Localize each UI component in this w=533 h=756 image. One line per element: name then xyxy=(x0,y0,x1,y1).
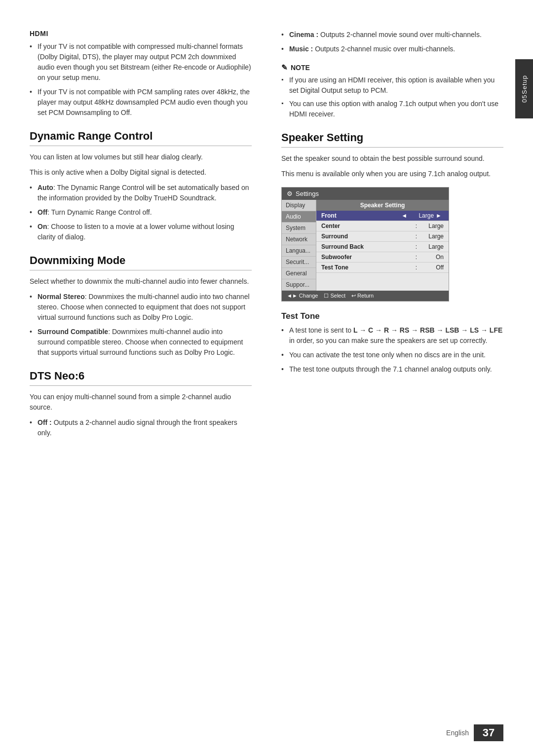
downmixing-desc: Select whether to downmix the multi-chan… xyxy=(30,276,252,287)
subwoofer-sep: : xyxy=(416,254,417,261)
center-value: Large xyxy=(419,223,444,229)
on-term: On xyxy=(38,223,47,230)
page-number: 37 xyxy=(474,724,503,741)
dynamic-range-bullet-auto: Auto: The Dynamic Range Control will be … xyxy=(30,183,252,203)
off-term: Off xyxy=(38,208,47,216)
settings-ui: ⚙ Settings Display Audio System Network … xyxy=(281,187,449,302)
hdmi-bullets: If your TV is not compatible with compre… xyxy=(30,41,252,118)
settings-ui-body: Display Audio System Network Langua... S… xyxy=(282,200,449,291)
note-label: NOTE xyxy=(291,64,310,72)
test-tone-title: Test Tone xyxy=(281,311,503,321)
gear-icon: ⚙ xyxy=(287,190,293,197)
test-tone-sep: : xyxy=(416,264,417,271)
downmixing-bullet-surround: Surround Compatible: Downmixes multi-cha… xyxy=(30,327,252,358)
surround-compat-term: Surround Compatible xyxy=(38,328,108,336)
settings-ui-header: ⚙ Settings xyxy=(282,188,449,200)
speaker-setting-desc1: Set the speaker sound to obtain the best… xyxy=(281,153,503,164)
downmixing-bullets: Normal Stereo: Downmixes the multi-chann… xyxy=(30,292,252,358)
auto-text: : The Dynamic Range Control will be set … xyxy=(38,184,249,202)
music-term: Music : xyxy=(289,45,313,53)
test-tone-value: Off xyxy=(419,264,444,271)
sidebar-general: General xyxy=(282,268,316,279)
page-number-area: English 37 xyxy=(446,724,503,741)
test-tone-section: Test Tone A test tone is sent to L → C →… xyxy=(281,311,503,375)
settings-ui-footer: ◄► Change ☐ Select ↩ Return xyxy=(282,291,449,301)
cinema-bullet: Cinema : Outputs 2-channel movie sound o… xyxy=(281,30,503,40)
hdmi-section: HDMI If your TV is not compatible with c… xyxy=(30,30,252,118)
dynamic-range-title: Dynamic Range Control xyxy=(30,130,252,146)
surround-back-sep: : xyxy=(416,243,417,250)
settings-row-test-tone: Test Tone : Off xyxy=(316,263,449,273)
settings-sidebar: Display Audio System Network Langua... S… xyxy=(282,200,316,291)
dynamic-range-section: Dynamic Range Control You can listen at … xyxy=(30,130,252,242)
test-tone-bullet-2: You can activate the test tone only when… xyxy=(281,350,503,360)
front-value: Large xyxy=(409,212,434,219)
dynamic-range-desc1: You can listen at low volumes but still … xyxy=(30,152,252,162)
test-tone-label: Test Tone xyxy=(321,264,414,271)
dts-neo-section: DTS Neo:6 You can enjoy multi-channel so… xyxy=(30,370,252,438)
cinema-term: Cinema : xyxy=(289,31,318,38)
subwoofer-value: On xyxy=(419,254,444,261)
dynamic-range-bullet-on: On: Choose to listen to a movie at a low… xyxy=(30,222,252,242)
dts-off-text: Outputs a 2-channel audio signal through… xyxy=(38,418,237,437)
cinema-text: Outputs 2-channel movie sound over multi… xyxy=(320,31,482,38)
subwoofer-label: Subwoofer xyxy=(321,254,414,261)
downmixing-bullet-normal: Normal Stereo: Downmixes the multi-chann… xyxy=(30,292,252,323)
settings-row-surround: Surround : Large xyxy=(316,231,449,242)
downmixing-section: Downmixing Mode Select whether to downmi… xyxy=(30,254,252,358)
sidebar-support: Suppor... xyxy=(282,279,316,291)
center-sep: : xyxy=(416,223,417,229)
chapter-number: 05 xyxy=(521,94,528,102)
speaker-setting-section: Speaker Setting Set the speaker sound to… xyxy=(281,131,503,375)
footer-change: ◄► Change xyxy=(287,293,318,299)
surround-back-label: Surround Back xyxy=(321,243,414,250)
front-left-arrow: ◄ xyxy=(401,212,407,219)
sidebar-system: System xyxy=(282,223,316,234)
hdmi-title: HDMI xyxy=(30,30,252,38)
sidebar-display: Display xyxy=(282,200,316,211)
dts-neo-desc: You can enjoy multi-channel sound from a… xyxy=(30,392,252,413)
settings-main-panel: Speaker Setting Front ◄ Large ► Center : xyxy=(316,200,449,291)
dynamic-range-bullet-off: Off: Turn Dynamic Range Control off. xyxy=(30,207,252,218)
footer-return: ↩ Return xyxy=(351,293,374,299)
right-column: Cinema : Outputs 2-channel movie sound o… xyxy=(276,30,503,726)
sidebar-security: Securit... xyxy=(282,257,316,268)
test-tone-bullet-3: The test tone outputs through the 7.1 ch… xyxy=(281,364,503,375)
chapter-label: Setup xyxy=(521,75,528,94)
dts-off-term: Off : xyxy=(38,418,52,426)
note-icon: ✎ xyxy=(281,63,288,72)
page-container: 05 Setup HDMI If your TV is not compatib… xyxy=(0,0,533,756)
front-label: Front xyxy=(321,212,399,219)
downmixing-title: Downmixing Mode xyxy=(30,254,252,270)
sidebar-language: Langua... xyxy=(282,245,316,257)
settings-row-center: Center : Large xyxy=(316,221,449,231)
center-label: Center xyxy=(321,223,414,229)
dts-neo-bullets: Off : Outputs a 2-channel audio signal t… xyxy=(30,417,252,438)
settings-header-label: Settings xyxy=(296,190,319,197)
right-top-bullets: Cinema : Outputs 2-channel movie sound o… xyxy=(281,30,503,54)
off-text: : Turn Dynamic Range Control off. xyxy=(47,208,152,216)
settings-row-front: Front ◄ Large ► xyxy=(316,211,449,221)
settings-panel-title: Speaker Setting xyxy=(316,200,449,211)
left-column: HDMI If your TV is not compatible with c… xyxy=(30,30,257,726)
chapter-tab: 05 Setup xyxy=(515,59,533,118)
footer-select: ☐ Select xyxy=(324,293,345,299)
speaker-setting-desc2: This menu is available only when you are… xyxy=(281,169,503,179)
test-tone-bullets: A test tone is sent to L → C → R → RS → … xyxy=(281,325,503,375)
music-bullet: Music : Outputs 2-channel music over mul… xyxy=(281,44,503,54)
normal-stereo-term: Normal Stereo xyxy=(38,293,85,301)
surround-value: Large xyxy=(419,233,444,240)
dynamic-range-desc2: This is only active when a Dolby Digital… xyxy=(30,167,252,178)
page-language: English xyxy=(446,729,469,737)
surround-label: Surround xyxy=(321,233,414,240)
settings-row-subwoofer: Subwoofer : On xyxy=(316,252,449,263)
on-text: : Choose to listen to a movie at a lower… xyxy=(38,223,234,241)
settings-row-surround-back: Surround Back : Large xyxy=(316,242,449,252)
speaker-setting-title: Speaker Setting xyxy=(281,131,503,148)
note-box: ✎ NOTE If you are using an HDMI receiver… xyxy=(281,63,503,119)
dts-neo-bullet-off: Off : Outputs a 2-channel audio signal t… xyxy=(30,417,252,438)
dynamic-range-bullets: Auto: The Dynamic Range Control will be … xyxy=(30,183,252,242)
test-tone-bullet-1: A test tone is sent to L → C → R → RS → … xyxy=(281,325,503,346)
note-list: If you are using an HDMI receiver, this … xyxy=(281,75,503,119)
music-text: Outputs 2-channel music over multi-chann… xyxy=(315,45,455,53)
